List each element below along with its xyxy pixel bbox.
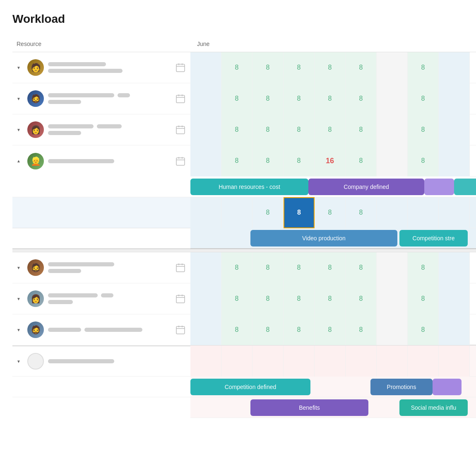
cell-8-0[interactable]	[190, 346, 221, 377]
resource-row-8[interactable]: ▼	[12, 346, 190, 377]
task-bar-benefits[interactable]: Benefits	[250, 399, 368, 416]
cell-1-8[interactable]	[439, 52, 470, 83]
cell-8-2[interactable]	[252, 346, 284, 377]
cell-5-0[interactable]	[190, 252, 221, 283]
calendar-icon-6[interactable]	[175, 293, 186, 304]
resource-row-6[interactable]: ▼ 👩	[12, 283, 190, 314]
cell-2-4[interactable]: 8	[315, 83, 346, 114]
cell-1-3[interactable]: 8	[284, 52, 315, 83]
sub-cell-4-1[interactable]	[221, 197, 252, 228]
chevron-8[interactable]: ▼	[17, 359, 23, 364]
sub-cell-4-7[interactable]	[408, 197, 439, 228]
cell-7-8[interactable]	[439, 314, 470, 345]
cell-7-0[interactable]	[190, 314, 221, 345]
task-bar-teal-extra[interactable]	[454, 179, 476, 195]
cell-3-7[interactable]: 8	[408, 114, 439, 145]
cell-1-2[interactable]: 8	[252, 52, 284, 83]
cell-7-3[interactable]: 8	[284, 314, 315, 345]
cell-8-4[interactable]	[315, 346, 346, 377]
cell-3-1[interactable]: 8	[221, 114, 252, 145]
cell-1-0[interactable]	[190, 52, 221, 83]
cell-4-3[interactable]: 8	[284, 145, 315, 176]
sub-cell-4-5[interactable]: 8	[346, 197, 377, 228]
chevron-6[interactable]: ▼	[17, 297, 23, 301]
cell-5-4[interactable]: 8	[315, 252, 346, 283]
cell-8-3[interactable]	[284, 346, 315, 377]
cell-1-1[interactable]: 8	[221, 52, 252, 83]
calendar-icon-4[interactable]	[175, 155, 186, 167]
task-bar-purple-extra[interactable]	[424, 179, 454, 195]
cell-8-8[interactable]	[439, 346, 470, 377]
task-bar-promo-extra[interactable]	[433, 379, 462, 395]
task-bar-competition-stre[interactable]: Competition stre	[399, 230, 468, 247]
chevron-3[interactable]: ▼	[17, 128, 23, 132]
cell-6-5[interactable]: 8	[346, 283, 377, 314]
cell-4-5[interactable]: 8	[346, 145, 377, 176]
cell-3-4[interactable]: 8	[315, 114, 346, 145]
cell-4-1[interactable]: 8	[221, 145, 252, 176]
resource-row-7[interactable]: ▼ 🧔	[12, 314, 190, 346]
cell-4-2[interactable]: 8	[252, 145, 284, 176]
cell-6-8[interactable]	[439, 283, 470, 314]
chevron-5[interactable]: ▼	[17, 266, 23, 270]
resource-row-5[interactable]: ▼ 🧔	[12, 252, 190, 283]
sub-cell-4-6[interactable]	[377, 197, 408, 228]
cell-7-5[interactable]: 8	[346, 314, 377, 345]
cell-7-2[interactable]: 8	[252, 314, 284, 345]
cell-2-3[interactable]: 8	[284, 83, 315, 114]
task-bar-promotions[interactable]: Promotions	[370, 379, 433, 395]
sub-cell-4-0[interactable]	[190, 197, 221, 228]
resource-row-2[interactable]: ▼ 🧔	[12, 83, 190, 114]
cell-4-7[interactable]: 8	[408, 145, 439, 176]
cell-2-2[interactable]: 8	[252, 83, 284, 114]
cell-2-5[interactable]: 8	[346, 83, 377, 114]
task-bar-social-media[interactable]: Social media influ	[399, 399, 468, 416]
cell-7-1[interactable]: 8	[221, 314, 252, 345]
cell-1-7[interactable]: 8	[408, 52, 439, 83]
cell-5-3[interactable]: 8	[284, 252, 315, 283]
cell-2-7[interactable]: 8	[408, 83, 439, 114]
task-bar-video-production[interactable]: Video production	[250, 230, 397, 247]
cell-4-8[interactable]	[439, 145, 470, 176]
cell-2-1[interactable]: 8	[221, 83, 252, 114]
chevron-2[interactable]: ▼	[17, 97, 23, 101]
cell-6-3[interactable]: 8	[284, 283, 315, 314]
calendar-icon-3[interactable]	[175, 124, 186, 135]
cell-1-4[interactable]: 8	[315, 52, 346, 83]
task-bar-hr-cost[interactable]: Human resources - cost	[190, 179, 308, 195]
sub-cell-4-8[interactable]	[439, 197, 470, 228]
cell-6-1[interactable]: 8	[221, 283, 252, 314]
resource-row-4[interactable]: ▲ 👱	[12, 145, 190, 176]
sub-cell-4-4[interactable]: 8	[315, 197, 346, 228]
calendar-icon-2[interactable]	[175, 93, 186, 104]
cell-8-5[interactable]	[346, 346, 377, 377]
calendar-icon-7[interactable]	[175, 324, 186, 336]
cell-6-7[interactable]: 8	[408, 283, 439, 314]
cell-2-0[interactable]	[190, 83, 221, 114]
resource-row-1[interactable]: ▼ 🧑	[12, 52, 190, 83]
chevron-1[interactable]: ▼	[17, 65, 23, 70]
cell-8-7[interactable]	[408, 346, 439, 377]
cell-7-4[interactable]: 8	[315, 314, 346, 345]
calendar-icon-5[interactable]	[175, 262, 186, 273]
cell-6-4[interactable]: 8	[315, 283, 346, 314]
cell-5-1[interactable]: 8	[221, 252, 252, 283]
cell-8-1[interactable]	[221, 346, 252, 377]
chevron-7[interactable]: ▼	[17, 328, 23, 332]
sub-cell-4-2[interactable]: 8	[252, 197, 284, 228]
cell-1-5[interactable]: 8	[346, 52, 377, 83]
cell-6-0[interactable]	[190, 283, 221, 314]
cell-7-7[interactable]: 8	[408, 314, 439, 345]
cell-2-8[interactable]	[439, 83, 470, 114]
cell-3-8[interactable]	[439, 114, 470, 145]
cell-4-4-overloaded[interactable]: 16	[315, 145, 346, 176]
cell-5-8[interactable]	[439, 252, 470, 283]
cell-6-2[interactable]: 8	[252, 283, 284, 314]
cell-5-2[interactable]: 8	[252, 252, 284, 283]
task-bar-company-defined[interactable]: Company defined	[308, 179, 424, 195]
cell-4-0[interactable]	[190, 145, 221, 176]
cell-5-7[interactable]: 8	[408, 252, 439, 283]
cell-3-0[interactable]	[190, 114, 221, 145]
cell-5-5[interactable]: 8	[346, 252, 377, 283]
sub-cell-4-3-selected[interactable]: 8	[284, 197, 315, 228]
